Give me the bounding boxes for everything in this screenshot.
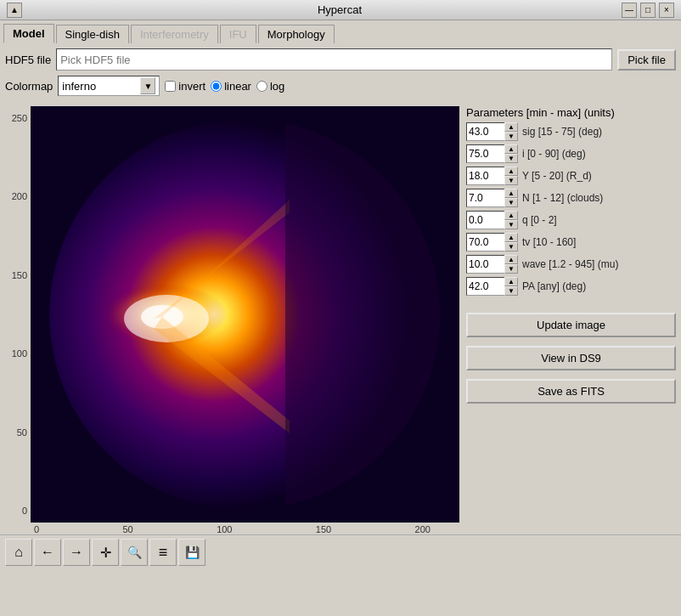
- spin-down-i[interactable]: ▼: [504, 154, 518, 163]
- window-title: Hypercat: [58, 3, 622, 16]
- tab-single-dish[interactable]: Single-dish: [56, 25, 129, 43]
- tab-model[interactable]: Model: [3, 24, 54, 43]
- action-buttons: Update image View in DS9 Save as FITS: [466, 313, 676, 407]
- spin-down-q[interactable]: ▼: [504, 220, 518, 229]
- spinbox-arrows-Y: ▲ ▼: [504, 167, 518, 185]
- spin-up-wave[interactable]: ▲: [504, 255, 518, 264]
- pick-file-button[interactable]: Pick file: [617, 49, 676, 71]
- spinbox-arrows-tv: ▲ ▼: [504, 233, 518, 251]
- linear-radio-label[interactable]: linear: [211, 80, 251, 93]
- colormap-select[interactable]: inferno ▼: [58, 76, 160, 96]
- save-fits-button[interactable]: Save as FITS: [466, 379, 676, 404]
- home-icon: ⌂: [14, 545, 23, 560]
- linear-label: linear: [224, 80, 251, 93]
- param-spinbox-N[interactable]: ▲ ▼: [466, 189, 517, 207]
- x-label-150: 150: [316, 524, 331, 534]
- param-input-Y[interactable]: [467, 169, 504, 183]
- toolbar-zoom-button[interactable]: 🔍: [121, 539, 148, 566]
- spin-down-N[interactable]: ▼: [504, 198, 518, 207]
- param-label-PA: PA [any] (deg): [522, 280, 586, 292]
- spin-up-Y[interactable]: ▲: [504, 167, 518, 176]
- y-label-250: 250: [12, 113, 27, 123]
- param-input-i[interactable]: [467, 147, 504, 161]
- tab-ifu: IFU: [220, 25, 256, 43]
- log-radio-label[interactable]: log: [256, 80, 284, 93]
- colormap-dropdown-arrow[interactable]: ▼: [140, 77, 155, 94]
- log-label: log: [270, 80, 284, 93]
- param-input-tv[interactable]: [467, 235, 504, 249]
- save-icon: 💾: [185, 545, 200, 559]
- tab-morphology[interactable]: Morphology: [258, 25, 335, 43]
- title-bar-up[interactable]: ▲: [7, 3, 22, 18]
- param-input-q[interactable]: [467, 213, 504, 227]
- param-label-sig: sig [15 - 75] (deg): [522, 126, 602, 138]
- param-row-sig: ▲ ▼ sig [15 - 75] (deg): [466, 122, 676, 141]
- plot-canvas: [31, 106, 459, 523]
- y-label-0: 0: [22, 506, 27, 516]
- spin-up-sig[interactable]: ▲: [504, 122, 518, 132]
- param-spinbox-wave[interactable]: ▲ ▼: [466, 255, 517, 274]
- param-spinbox-Y[interactable]: ▲ ▼: [466, 167, 517, 185]
- update-image-button[interactable]: Update image: [466, 313, 676, 337]
- invert-label: invert: [178, 80, 205, 93]
- tab-interferometry: Interferometry: [131, 25, 218, 43]
- spinbox-arrows-N: ▲ ▼: [504, 189, 518, 207]
- back-icon: ←: [41, 545, 54, 560]
- forward-icon: →: [70, 545, 83, 560]
- spin-down-tv[interactable]: ▼: [504, 242, 518, 251]
- param-spinbox-sig[interactable]: ▲ ▼: [466, 122, 517, 141]
- param-input-N[interactable]: [467, 191, 504, 205]
- invert-checkbox-label[interactable]: invert: [165, 80, 205, 93]
- minimize-button[interactable]: —: [622, 3, 637, 18]
- y-label-150: 150: [12, 270, 27, 280]
- y-label-100: 100: [12, 348, 27, 359]
- spin-up-q[interactable]: ▲: [504, 211, 518, 220]
- linear-radio[interactable]: [211, 81, 222, 92]
- title-bar: ▲ Hypercat — □ ×: [0, 0, 681, 20]
- right-panel: Parameters [min - max] (units) ▲ ▼ sig […: [466, 106, 676, 534]
- spin-down-sig[interactable]: ▼: [504, 132, 518, 141]
- param-spinbox-PA[interactable]: ▲ ▼: [466, 277, 517, 296]
- param-row-wave: ▲ ▼ wave [1.2 - 945] (mu): [466, 255, 676, 274]
- param-spinbox-tv[interactable]: ▲ ▼: [466, 233, 517, 251]
- spin-down-wave[interactable]: ▼: [504, 264, 518, 274]
- close-button[interactable]: ×: [659, 3, 674, 18]
- toolbar-back-button[interactable]: ←: [34, 539, 61, 566]
- toolbar-move-button[interactable]: ✛: [92, 539, 119, 566]
- spin-up-PA[interactable]: ▲: [504, 277, 518, 286]
- param-row-PA: ▲ ▼ PA [any] (deg): [466, 277, 676, 296]
- toolbar-home-button[interactable]: ⌂: [5, 539, 32, 566]
- toolbar: ⌂ ← → ✛ 🔍 ≡ 💾: [0, 534, 681, 569]
- param-input-PA[interactable]: [467, 280, 504, 293]
- spin-up-i[interactable]: ▲: [504, 144, 518, 154]
- log-radio[interactable]: [256, 81, 267, 92]
- param-row-q: ▲ ▼ q [0 - 2]: [466, 211, 676, 229]
- main-area: 250 200 150 100 50 0: [0, 106, 681, 534]
- plot-wrapper: 250 200 150 100 50 0: [5, 106, 459, 534]
- spin-down-Y[interactable]: ▼: [504, 176, 518, 185]
- param-input-wave[interactable]: [467, 257, 504, 271]
- spin-up-N[interactable]: ▲: [504, 189, 518, 198]
- toolbar-forward-button[interactable]: →: [63, 539, 90, 566]
- param-spinbox-q[interactable]: ▲ ▼: [466, 211, 517, 229]
- param-input-sig[interactable]: [467, 125, 504, 138]
- y-label-200: 200: [12, 191, 27, 201]
- y-label-50: 50: [17, 427, 27, 438]
- spin-down-PA[interactable]: ▼: [504, 286, 518, 296]
- spin-up-tv[interactable]: ▲: [504, 233, 518, 242]
- params-title: Parameters [min - max] (units): [466, 106, 676, 119]
- maximize-button[interactable]: □: [640, 3, 656, 18]
- hdf5-file-input[interactable]: [56, 48, 612, 71]
- title-bar-controls: — □ ×: [622, 3, 674, 18]
- spinbox-arrows-PA: ▲ ▼: [504, 277, 518, 296]
- hdf5-file-label: HDF5 file: [5, 54, 51, 66]
- invert-checkbox[interactable]: [165, 81, 176, 92]
- colormap-value: inferno: [62, 80, 137, 93]
- view-ds9-button[interactable]: View in DS9: [466, 346, 676, 370]
- x-label-200: 200: [415, 524, 431, 534]
- param-spinbox-i[interactable]: ▲ ▼: [466, 144, 517, 163]
- params-section: Parameters [min - max] (units) ▲ ▼ sig […: [466, 106, 676, 299]
- toolbar-save-button[interactable]: 💾: [178, 539, 205, 566]
- param-row-Y: ▲ ▼ Y [5 - 20] (R_d): [466, 167, 676, 185]
- toolbar-config-button[interactable]: ≡: [149, 539, 177, 566]
